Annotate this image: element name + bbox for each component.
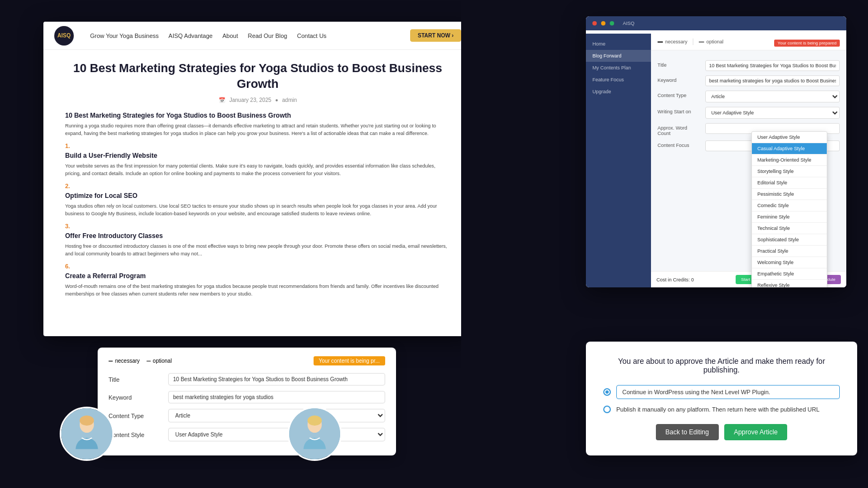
approval-dialog: You are about to approve the Article and…	[586, 342, 857, 455]
subsection-6-num: 6.	[65, 263, 450, 269]
app-keyword-input[interactable]	[705, 75, 840, 86]
sidebar-item-contents[interactable]: My Contents Plan	[586, 62, 651, 74]
app-writing-start-row: Writing Start on User Adaptive Style	[658, 107, 840, 119]
right-laptop: AISQ Home Blog Forward My Contents Plan …	[461, 0, 868, 488]
title-row: Title	[108, 373, 385, 386]
content-type-row: Content Type Article Blog Post Landing P…	[108, 409, 385, 422]
content-type-label: Content Type	[108, 413, 163, 419]
bottom-form-panel: necessary optional Your content is being…	[98, 348, 396, 455]
site-logo: AISQ	[54, 26, 74, 46]
approval-option-2: Publish it manually on any platform. The…	[603, 406, 840, 413]
dropdown-item-marketing[interactable]: Marketing-Oriented Style	[752, 155, 827, 166]
app-form-header: necessary optional Your content is being…	[651, 34, 846, 50]
necessary-badge: necessary	[108, 358, 140, 364]
dropdown-item-pessimistic[interactable]: Pessimistic Style	[752, 189, 827, 200]
keyword-input[interactable]	[168, 391, 385, 403]
subsection-3-content: Hosting free or discounted introductory …	[65, 243, 450, 258]
window-close-dot	[592, 21, 597, 25]
radio-option-1[interactable]	[603, 388, 611, 396]
nav-link-contact[interactable]: Contact Us	[297, 33, 326, 39]
dropdown-item-reflexive[interactable]: Reflexive Style	[752, 280, 827, 287]
app-necessary-dot	[658, 41, 663, 43]
website-preview: AISQ Grow Your Yoga Business AISQ Advant…	[43, 22, 472, 336]
dropdown-item-storytelling[interactable]: Storytelling Style	[752, 166, 827, 177]
approve-article-button[interactable]: Approve Article	[724, 424, 788, 440]
subsection-6-title: Create a Referral Program	[65, 272, 450, 280]
dropdown-item-casual[interactable]: Casual Adaptive Style	[752, 143, 827, 155]
nav-link-about[interactable]: About	[222, 33, 238, 39]
option-1-text: Continue in WordPress using the Next Lev…	[616, 385, 840, 399]
dropdown-item-user-adaptive[interactable]: User Adaptive Style	[752, 132, 827, 143]
app-writing-start-label: Writing Start on	[658, 107, 701, 114]
window-minimize-dot	[601, 21, 605, 25]
content-style-label: Content Style	[108, 432, 163, 438]
nav-link-blog[interactable]: Read Our Blog	[248, 33, 288, 39]
app-keyword-label: Keyword	[658, 75, 701, 83]
app-panel: AISQ Home Blog Forward My Contents Plan …	[586, 16, 846, 287]
dropdown-item-empathetic[interactable]: Empathetic Style	[752, 268, 827, 280]
dropdown-item-feminine[interactable]: Feminine Style	[752, 211, 827, 223]
article-title: 10 Best Marketing Strategies for Yoga St…	[65, 61, 450, 92]
svg-point-5	[308, 415, 322, 426]
necessary-dot	[108, 361, 113, 362]
content-type-select[interactable]: Article Blog Post Landing Page	[168, 409, 385, 422]
dropdown-item-technical[interactable]: Technical Style	[752, 223, 827, 234]
app-necessary-badge: necessary	[658, 39, 687, 44]
status-banner: Your content is being pr...	[314, 356, 386, 365]
keyword-label: Keyword	[108, 394, 163, 401]
approval-title: You are about to approve the Article and…	[603, 357, 840, 374]
title-input[interactable]	[168, 373, 385, 386]
subsection-2-title: Optimize for Local SEO	[65, 192, 450, 200]
keyword-row: Keyword	[108, 391, 385, 403]
sidebar-item-home[interactable]: Home	[586, 38, 651, 50]
app-content-focus-label: Content Focus	[658, 140, 701, 148]
site-navigation: AISQ Grow Your Yoga Business AISQ Advant…	[43, 22, 472, 50]
radio-option-2[interactable]	[603, 406, 611, 413]
svg-point-2	[80, 415, 94, 426]
app-content-type-select[interactable]: Article	[705, 91, 840, 102]
app-writing-start-select[interactable]: User Adaptive Style	[705, 107, 840, 119]
subsection-1-title: Build a User-Friendly Website	[65, 152, 450, 159]
back-to-editing-button[interactable]: Back to Editing	[656, 424, 719, 440]
website-content: 10 Best Marketing Strategies for Yoga St…	[43, 50, 472, 332]
nav-cta-button[interactable]: START NOW ›	[410, 29, 461, 42]
dropdown-item-welcoming[interactable]: Welcoming Style	[752, 257, 827, 268]
content-style-select[interactable]: User Adaptive Style Casual Style Marketi…	[168, 428, 385, 441]
title-label: Title	[108, 376, 163, 383]
nav-link-grow[interactable]: Grow Your Yoga Business	[90, 33, 159, 39]
app-title-input[interactable]	[705, 60, 840, 71]
optional-dot	[146, 361, 151, 362]
dropdown-item-comedic[interactable]: Comedic Style	[752, 200, 827, 211]
app-main: necessary optional Your content is being…	[651, 34, 846, 287]
dropdown-item-editorial[interactable]: Editorial Style	[752, 177, 827, 189]
subsection-2-content: Yoga studios often rely on local custome…	[65, 203, 450, 217]
app-optional-badge: optional	[699, 39, 724, 44]
app-title-row: Title	[658, 60, 840, 71]
dropdown-item-sophisticated[interactable]: Sophisticated Style	[752, 234, 827, 246]
app-status-area: Your content is being prepared	[774, 37, 840, 47]
app-content-type-row: Content Type Article	[658, 91, 840, 102]
nav-link-aisq[interactable]: AISQ Advantage	[169, 33, 213, 39]
app-title-label: Title	[658, 60, 701, 68]
sidebar-item-blog[interactable]: Blog Forward	[586, 50, 651, 62]
option-2-text: Publish it manually on any platform. The…	[616, 406, 820, 413]
app-keyword-row: Keyword	[658, 75, 840, 86]
app-optional-dot	[699, 41, 704, 43]
sidebar-item-upgrade[interactable]: Upgrade	[586, 86, 651, 98]
dropdown-item-practical[interactable]: Practical Style	[752, 246, 827, 257]
article-meta: 📅 January 23, 2025 admin	[65, 97, 450, 103]
subsection-3-num: 3.	[65, 223, 450, 229]
avatar-left	[60, 407, 114, 461]
app-panel-header: AISQ	[586, 16, 846, 30]
app-approx-word-label: Approx. Word Count	[658, 123, 701, 136]
nav-links: Grow Your Yoga Business AISQ Advantage A…	[90, 33, 399, 39]
style-dropdown: User Adaptive Style Casual Adaptive Styl…	[751, 131, 827, 287]
app-badge-divider	[693, 38, 693, 45]
cost-label: Cost in Credits: 0	[656, 277, 694, 282]
sidebar-item-feature[interactable]: Feature Focus	[586, 74, 651, 86]
approval-option-1: Continue in WordPress using the Next Lev…	[603, 385, 840, 399]
app-sidebar: Home Blog Forward My Contents Plan Featu…	[586, 34, 651, 287]
avatar-right-image	[289, 408, 340, 459]
app-content-type-label: Content Type	[658, 91, 701, 98]
optional-badge: optional	[146, 358, 172, 364]
